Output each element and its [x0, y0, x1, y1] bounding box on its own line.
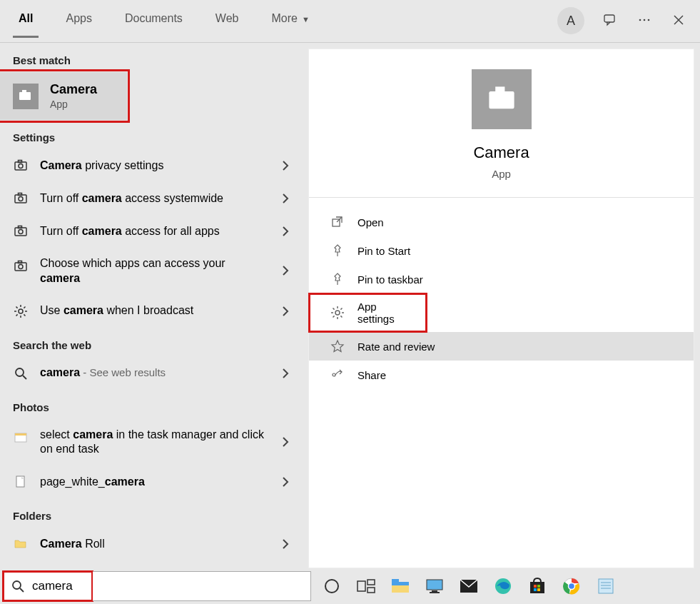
setting-turn-off-all-apps[interactable]: Turn off camera access for all apps: [0, 215, 308, 248]
page-icon: [13, 474, 29, 490]
chevron-down-icon: ▼: [302, 15, 310, 24]
more-options-icon[interactable]: [637, 13, 653, 29]
action-pin-start[interactable]: Pin to Start: [309, 236, 694, 265]
svg-rect-44: [534, 585, 537, 588]
svg-rect-33: [367, 580, 375, 585]
chevron-right-icon: [278, 366, 293, 381]
edge-icon[interactable]: [491, 574, 515, 598]
gear-icon: [330, 306, 345, 320]
close-icon[interactable]: [671, 13, 687, 29]
chrome-icon[interactable]: [559, 574, 584, 598]
share-icon: [330, 368, 345, 382]
feedback-icon[interactable]: [603, 13, 619, 29]
chevron-right-icon: [278, 263, 293, 278]
detail-panel: Camera App Open Pin to Start Pin to task…: [308, 49, 694, 568]
pin-icon: [330, 272, 345, 286]
action-pin-taskbar[interactable]: Pin to taskbar: [309, 265, 694, 293]
open-icon: [330, 215, 345, 229]
chevron-right-icon: [278, 304, 293, 318]
svg-rect-51: [599, 579, 613, 593]
bottom-bar: [0, 568, 700, 604]
setting-choose-apps[interactable]: Choose which apps can access your camera: [0, 248, 308, 295]
web-result-camera[interactable]: camera - See web results: [0, 357, 308, 390]
setting-use-when-broadcast[interactable]: Use camera when I broadcast: [0, 295, 308, 328]
svg-rect-34: [367, 588, 375, 593]
tab-more[interactable]: More▼: [265, 5, 315, 38]
cortana-icon[interactable]: [320, 574, 344, 598]
chevron-right-icon: [278, 537, 293, 551]
svg-rect-40: [430, 592, 440, 593]
action-rate-review[interactable]: Rate and review: [309, 332, 694, 361]
task-view-icon[interactable]: [354, 574, 378, 598]
camera-line-icon: [13, 158, 29, 173]
svg-rect-30: [15, 433, 26, 436]
gear-icon: [13, 303, 29, 319]
camera-icon: [13, 84, 39, 109]
chevron-right-icon: [278, 475, 293, 489]
chevron-right-icon: [278, 191, 293, 206]
folder-camera-roll[interactable]: Camera Roll: [0, 528, 308, 560]
section-photos: Photos: [0, 390, 308, 419]
section-folders: Folders: [0, 498, 308, 528]
tabs-row: All Apps Documents Web More▼ A: [0, 0, 700, 43]
svg-rect-32: [357, 581, 365, 591]
best-match-title: Camera: [50, 82, 97, 97]
section-search-web: Search the web: [0, 328, 308, 357]
star-icon: [330, 339, 345, 353]
photo-result-1[interactable]: select camera in the task manager and cl…: [0, 419, 308, 466]
tab-all[interactable]: All: [13, 5, 39, 38]
svg-point-50: [569, 583, 575, 590]
app-tile-icon: [472, 69, 532, 129]
detail-title: Camera: [473, 144, 529, 162]
results-panel: Best match Camera App Settings Camera pr…: [0, 43, 308, 568]
action-app-settings[interactable]: App settings: [309, 293, 427, 332]
avatar[interactable]: A: [557, 7, 584, 34]
notepad-icon[interactable]: [594, 574, 618, 598]
store-icon[interactable]: [525, 574, 549, 598]
tab-web[interactable]: Web: [210, 5, 245, 38]
action-share[interactable]: Share: [309, 361, 694, 389]
svg-rect-38: [427, 580, 442, 590]
tab-documents[interactable]: Documents: [119, 5, 188, 38]
chevron-right-icon: [278, 224, 293, 238]
section-best-match: Best match: [0, 43, 308, 72]
best-match-subtitle: App: [50, 99, 97, 110]
detail-subtitle: App: [492, 168, 511, 180]
svg-rect-46: [534, 588, 537, 591]
photo-result-2[interactable]: page_white_camera: [0, 465, 308, 498]
chevron-right-icon: [278, 435, 293, 449]
best-match-result[interactable]: Camera App: [0, 72, 127, 120]
svg-point-31: [325, 580, 338, 593]
svg-rect-45: [537, 585, 540, 588]
svg-rect-39: [432, 590, 437, 592]
taskbar: [311, 568, 618, 604]
mail-icon[interactable]: [457, 574, 481, 598]
image-icon: [13, 430, 29, 446]
svg-rect-47: [537, 588, 540, 591]
camera-line-icon: [13, 258, 29, 274]
section-settings: Settings: [0, 120, 308, 149]
search-box[interactable]: [3, 571, 93, 601]
svg-rect-37: [392, 579, 399, 583]
pin-icon: [330, 243, 345, 258]
camera-line-icon: [13, 223, 29, 239]
chevron-right-icon: [278, 158, 293, 173]
camera-line-icon: [13, 191, 29, 206]
search-icon: [13, 366, 29, 381]
file-explorer-icon[interactable]: [388, 574, 412, 598]
action-open[interactable]: Open: [309, 208, 694, 236]
monitor-icon[interactable]: [422, 574, 447, 598]
setting-camera-privacy[interactable]: Camera privacy settings: [0, 149, 308, 182]
folder-icon: [13, 536, 29, 552]
search-icon: [11, 579, 25, 593]
setting-turn-off-systemwide[interactable]: Turn off camera access systemwide: [0, 182, 308, 215]
tab-apps[interactable]: Apps: [60, 5, 97, 38]
